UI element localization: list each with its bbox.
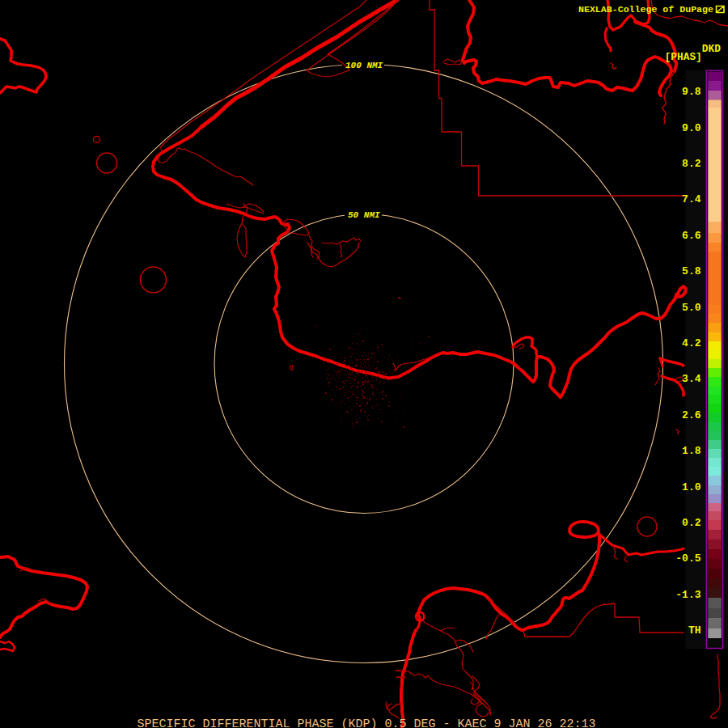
svg-text:SPECIFIC DIFFERENTIAL PHASE (K: SPECIFIC DIFFERENTIAL PHASE (KDP) 0.5 DE… bbox=[138, 717, 596, 728]
svg-text:NEXLAB-College of DuPage: NEXLAB-College of DuPage bbox=[578, 4, 713, 15]
svg-text:100 NMI: 100 NMI bbox=[345, 61, 383, 70]
svg-text:8.2: 8.2 bbox=[682, 158, 701, 170]
svg-text:5.0: 5.0 bbox=[682, 302, 701, 314]
svg-text:9.0: 9.0 bbox=[682, 122, 701, 134]
svg-text:5.8: 5.8 bbox=[682, 265, 701, 277]
svg-text:50 NMI: 50 NMI bbox=[348, 210, 380, 220]
svg-text:9.8: 9.8 bbox=[682, 86, 701, 98]
svg-text:TH: TH bbox=[688, 624, 701, 637]
svg-text:2.6: 2.6 bbox=[682, 409, 701, 421]
svg-text:-1.3: -1.3 bbox=[675, 589, 700, 601]
svg-text:0.2: 0.2 bbox=[682, 517, 701, 529]
svg-text:DKD: DKD bbox=[702, 43, 721, 55]
svg-text:1.8: 1.8 bbox=[682, 445, 701, 457]
svg-text:1.0: 1.0 bbox=[682, 481, 701, 493]
svg-text:[PHAS]: [PHAS] bbox=[665, 51, 702, 63]
svg-text:3.4: 3.4 bbox=[682, 373, 701, 385]
svg-text:6.6: 6.6 bbox=[682, 230, 701, 242]
svg-text:7.4: 7.4 bbox=[682, 193, 701, 205]
svg-text:4.2: 4.2 bbox=[682, 337, 701, 349]
svg-text:-0.5: -0.5 bbox=[675, 552, 700, 565]
